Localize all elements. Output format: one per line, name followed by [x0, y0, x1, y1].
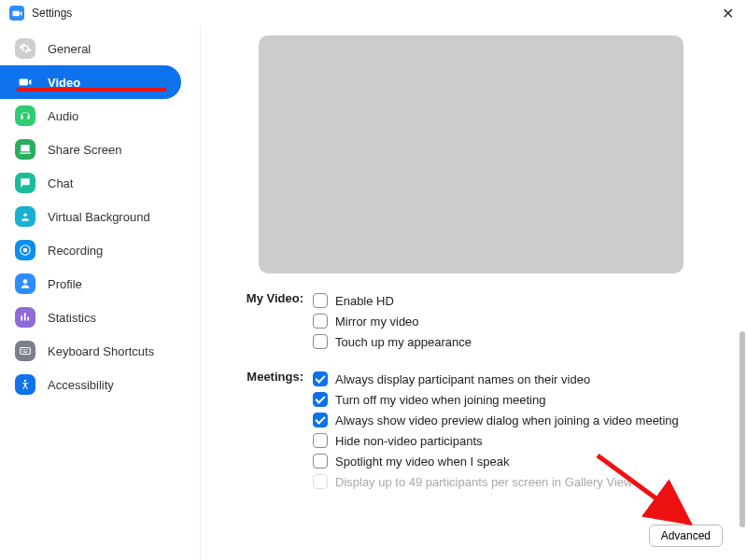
main-panel: My Video: Enable HD Mirror my video Touc… — [201, 26, 747, 560]
sidebar-item-label: Profile — [48, 277, 82, 291]
sidebar-item-label: Virtual Background — [48, 210, 150, 224]
sidebar-item-share-screen[interactable]: Share Screen — [0, 133, 200, 166]
sidebar-item-general[interactable]: General — [0, 32, 200, 65]
section-my-video-title: My Video: — [229, 290, 313, 352]
opt-touch-up[interactable]: Touch up my appearance — [313, 331, 726, 352]
video-preview — [259, 35, 684, 273]
share-screen-icon — [15, 139, 35, 160]
record-icon — [15, 240, 35, 260]
sidebar-item-label: Chat — [48, 176, 73, 190]
profile-icon — [15, 273, 35, 294]
option-label: Turn off my video when joining meeting — [335, 393, 545, 407]
svg-rect-4 — [21, 348, 31, 355]
option-label: Always display participant names on thei… — [335, 372, 590, 386]
sidebar-item-label: General — [48, 42, 91, 56]
keyboard-icon — [15, 341, 35, 361]
close-icon[interactable]: ✕ — [716, 3, 740, 24]
checkbox[interactable] — [313, 334, 328, 349]
checkbox[interactable] — [313, 371, 328, 386]
opt-spotlight[interactable]: Spotlight my video when I speak — [313, 451, 726, 471]
virtual-background-icon — [15, 206, 35, 227]
gear-icon — [15, 38, 35, 59]
sidebar-item-label: Share Screen — [48, 143, 122, 157]
opt-enable-hd[interactable]: Enable HD — [313, 290, 726, 311]
section-meetings-title: Meetings: — [229, 369, 313, 492]
sidebar-item-label: Audio — [48, 109, 78, 123]
option-label: Always show video preview dialog when jo… — [335, 413, 679, 427]
option-label: Mirror my video — [335, 315, 419, 329]
option-label: Display up to 49 participants per screen… — [335, 475, 632, 489]
app-icon — [9, 6, 24, 21]
sidebar-item-label: Keyboard Shortcuts — [48, 344, 154, 358]
chat-icon — [15, 173, 35, 193]
sidebar-item-audio[interactable]: Audio — [0, 99, 200, 133]
sidebar-item-accessibility[interactable]: Accessibility — [0, 368, 200, 401]
svg-point-0 — [23, 214, 27, 217]
checkbox[interactable] — [313, 433, 328, 448]
option-label: Enable HD — [335, 294, 394, 308]
sidebar-item-label: Statistics — [48, 311, 96, 325]
titlebar: Settings ✕ — [0, 0, 747, 26]
accessibility-icon — [15, 374, 35, 395]
option-label: Hide non-video participants — [335, 434, 483, 448]
sidebar-item-virtual-background[interactable]: Virtual Background — [0, 200, 200, 233]
sidebar-item-statistics[interactable]: Statistics — [0, 301, 200, 334]
svg-point-3 — [23, 279, 28, 284]
checkbox[interactable] — [313, 413, 328, 427]
opt-display-names[interactable]: Always display participant names on thei… — [313, 369, 726, 389]
sidebar-item-label: Accessibility — [48, 378, 114, 392]
sidebar-item-chat[interactable]: Chat — [0, 166, 200, 200]
option-label: Touch up my appearance — [335, 335, 472, 349]
option-label: Spotlight my video when I speak — [335, 455, 509, 469]
window-title: Settings — [32, 7, 72, 20]
opt-hide-nonvideo[interactable]: Hide non-video participants — [313, 430, 726, 451]
sidebar-item-profile[interactable]: Profile — [0, 267, 200, 301]
statistics-icon — [15, 307, 35, 328]
svg-point-5 — [24, 380, 26, 382]
checkbox[interactable] — [313, 293, 328, 308]
opt-49-participants: Display up to 49 participants per screen… — [313, 471, 726, 492]
checkbox — [313, 474, 328, 489]
opt-show-preview[interactable]: Always show video preview dialog when jo… — [313, 410, 726, 430]
svg-point-2 — [23, 248, 28, 253]
sidebar: General Video Audio Share Screen Chat — [0, 26, 201, 560]
scrollbar-thumb[interactable] — [740, 331, 745, 527]
sidebar-item-recording[interactable]: Recording — [0, 233, 200, 267]
headphones-icon — [15, 105, 35, 126]
advanced-button[interactable]: Advanced — [649, 525, 723, 547]
sidebar-item-label: Recording — [48, 244, 103, 258]
checkbox[interactable] — [313, 392, 328, 407]
sidebar-item-video[interactable]: Video — [0, 65, 181, 99]
checkbox[interactable] — [313, 454, 328, 469]
sidebar-item-label: Video — [48, 76, 80, 90]
opt-mirror-video[interactable]: Mirror my video — [313, 311, 726, 331]
checkbox[interactable] — [313, 314, 328, 329]
sidebar-item-keyboard-shortcuts[interactable]: Keyboard Shortcuts — [0, 334, 200, 368]
video-icon — [15, 72, 35, 92]
opt-turn-off-video[interactable]: Turn off my video when joining meeting — [313, 389, 726, 410]
